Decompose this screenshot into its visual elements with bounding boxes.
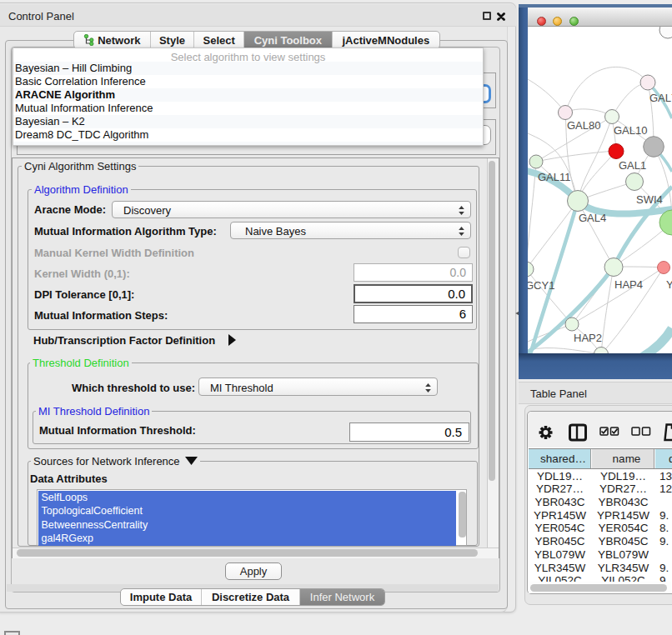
svg-text:GCY1: GCY1 — [528, 279, 554, 292]
svg-text:Y: Y — [666, 278, 672, 291]
svg-text:HAP2: HAP2 — [574, 332, 602, 344]
svg-text:SWI4: SWI4 — [636, 193, 663, 206]
svg-text:GAL80: GAL80 — [567, 119, 600, 132]
svg-text:GAL10: GAL10 — [614, 124, 647, 137]
svg-text:GAL4: GAL4 — [579, 212, 606, 224]
svg-text:HAP4: HAP4 — [614, 278, 643, 291]
svg-text:GAL11: GAL11 — [538, 171, 571, 183]
svg-text:GAL7: GAL7 — [649, 92, 672, 104]
svg-text:GAL1: GAL1 — [619, 159, 646, 172]
